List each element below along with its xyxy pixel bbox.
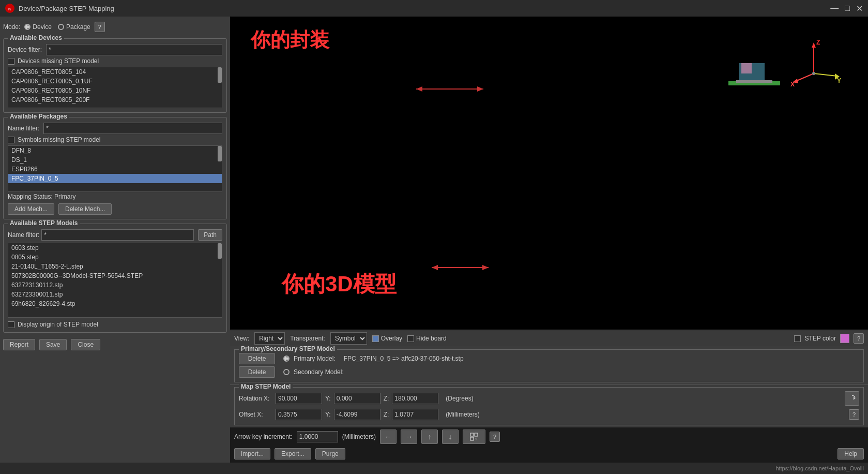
offset-z-input[interactable] [392,409,438,420]
svg-point-15 [812,72,815,75]
primary-model-label: Primary Model: [294,355,336,362]
arrow-right-button[interactable]: → [401,429,417,444]
secondary-radio[interactable] [283,369,290,375]
step-color-swatch[interactable] [840,334,849,343]
rotation-z-input[interactable] [392,393,438,404]
mode-device-radio[interactable]: Device [24,23,52,31]
list-item[interactable]: DS_1 [8,155,222,165]
mode-help-button[interactable]: ? [95,22,105,32]
mode-device-label: Device [33,23,52,31]
svg-line-12 [796,73,814,81]
titlebar: K Device/Package STEP Mapping — □ ✕ [0,0,868,17]
device-filter-input[interactable] [46,44,222,55]
overlay-checkbox[interactable] [372,335,379,342]
list-item[interactable]: CAP0806_RECT0805_200F [8,95,222,105]
delete-secondary-button[interactable]: Delete [239,366,275,378]
device-checkbox-row: Devices missing STEP model [8,57,222,65]
packages-list[interactable]: DFN_8 DS_1 ESP8266 FPC_37PIN_0_5 [8,145,222,192]
delete-mech-button[interactable]: Delete Mech... [58,203,112,215]
minimize-button[interactable]: — [830,4,839,13]
step-models-list[interactable]: 0603.step 0805.step 21-0140L_T1655-2-L.s… [8,243,222,318]
increment-units: (Millimeters) [342,433,376,440]
close-button[interactable]: ✕ [856,4,863,13]
arrow-left-button[interactable]: ← [380,429,397,444]
offset-label: Offset X: [239,411,272,418]
devices-list[interactable]: CAP0806_RECT0805_104 CAP0806_RECT0805_0.… [8,67,222,108]
arrow-down-button[interactable]: ↓ [442,429,459,444]
rotation-y-input[interactable] [334,393,380,404]
svg-marker-18 [416,86,422,92]
list-item[interactable]: 0805.step [8,253,222,262]
list-item[interactable]: DFN_8 [8,146,222,155]
import-button[interactable]: Import... [234,448,270,460]
rotation-x-input[interactable] [276,393,322,404]
window-controls: — □ ✕ [830,4,863,13]
export-button[interactable]: Export... [275,448,311,460]
primary-radio[interactable] [283,356,290,362]
map-section: Map STEP Model Rotation X: Y: Z: (Degree… [234,387,864,425]
transparent-select[interactable]: Symbol [330,332,367,345]
rotation-z-label: Z: [384,395,389,402]
rotation-icon-button[interactable] [845,391,859,406]
symbols-missing-checkbox[interactable] [8,137,14,143]
offset-y-input[interactable] [334,409,380,420]
path-button[interactable]: Path [198,229,222,241]
arrow-help-button[interactable]: ? [490,432,500,442]
devices-missing-label: Devices missing STEP model [18,57,99,65]
step-model-group: Primary/Secondary STEP Model Delete Prim… [234,349,864,382]
arrow-up-button[interactable]: ↑ [421,429,438,444]
available-packages-title: Available Packages [8,113,69,120]
step-color-label: STEP color [805,335,836,342]
svg-rect-5 [736,80,772,83]
svg-marker-20 [482,265,489,270]
list-item[interactable]: 507302B00000G--3DModel-STEP-56544.STEP [8,271,222,280]
increment-input[interactable] [297,431,338,442]
help-button[interactable]: Help [837,448,864,460]
save-button[interactable]: Save [39,339,67,350]
packages-filter-label: Name filter: [8,125,39,132]
offset-x-input[interactable] [276,409,322,420]
packages-filter-input[interactable] [43,123,222,134]
overlay-checkbox-group: Overlay [372,335,402,342]
list-item[interactable]: CAP0806_RECT0805_0.1UF [8,77,222,86]
controls-help-button[interactable]: ? [854,333,864,344]
step-list-wrapper: 0603.step 0805.step 21-0140L_T1655-2-L.s… [8,243,222,318]
list-item[interactable]: 0603.step [8,243,222,253]
list-item[interactable]: 632723130112.stp [8,280,222,290]
list-item[interactable]: CAP0806_RECT0805_104 [8,67,222,77]
available-devices-group: Available Devices Device filter: Devices… [3,38,227,113]
display-origin-row: Display origin of STEP model [8,321,222,328]
delete-primary-button[interactable]: Delete [239,353,275,364]
offset-help-button[interactable]: ? [849,409,859,420]
svg-text:Y: Y [837,77,841,84]
svg-marker-21 [432,265,438,270]
step-color-checkbox[interactable] [794,335,801,342]
extra-btn[interactable]: ? [463,429,485,444]
display-origin-checkbox[interactable] [8,321,14,328]
component-3d [723,45,785,98]
list-item[interactable]: CAP0806_RECT0805_10NF [8,86,222,95]
view-select[interactable]: Right [254,332,285,345]
add-mech-button[interactable]: Add Mech... [8,203,54,215]
list-item-selected[interactable]: FPC_37PIN_0_5 [8,174,222,183]
devices-list-scrollbar[interactable] [218,67,222,83]
close-button-left[interactable]: Close [71,339,100,350]
arrow-key-row: Arrow key increment: (Millimeters) ← → ↑… [230,427,868,446]
step-list-scrollbar[interactable] [218,243,222,259]
display-origin-label: Display origin of STEP model [18,321,98,328]
list-item[interactable]: 21-0140L_T1655-2-L.step [8,262,222,271]
list-item[interactable]: 632723300011.stp [8,290,222,299]
mode-package-radio[interactable]: Package [58,23,90,31]
viewport-annotation-bottom: 你的3D模型 [282,270,397,299]
devices-missing-checkbox[interactable] [8,58,14,65]
rotation-units: (Degrees) [446,395,473,402]
list-item[interactable]: ESP8266 [8,165,222,174]
list-item[interactable]: 69h6820_826629-4.stp [8,299,222,308]
purge-button[interactable]: Purge [315,448,345,460]
maximize-button[interactable]: □ [845,4,850,13]
report-button[interactable]: Report [3,339,35,350]
hide-board-checkbox[interactable] [407,335,414,342]
transparent-label: Transparent: [290,335,325,342]
packages-list-scrollbar[interactable] [218,146,222,161]
step-filter-input[interactable] [41,229,194,241]
